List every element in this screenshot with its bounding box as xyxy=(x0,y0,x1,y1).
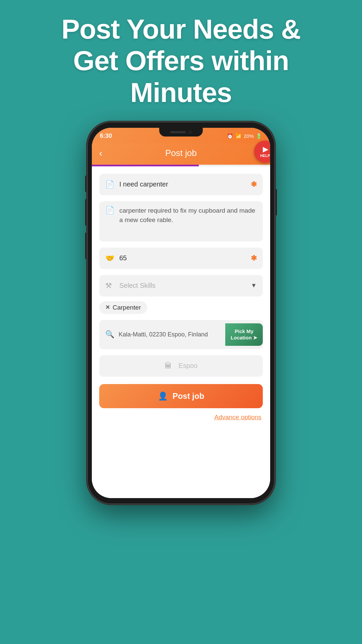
description-value: carpenter required to fix my cupboard an… xyxy=(119,206,257,225)
phone-mockup: 6:30 ⏰ 📶 20% 🔋 ‹ Post job ▶ HELP xyxy=(87,122,275,504)
help-button[interactable]: ▶ HELP xyxy=(254,141,270,163)
alarm-icon: ⏰ xyxy=(227,133,233,139)
dropdown-arrow-icon: ▼ xyxy=(251,282,257,289)
speaker xyxy=(170,131,186,133)
description-icon: 📄 xyxy=(105,206,115,215)
advance-options-container: Advance options xyxy=(99,414,263,421)
budget-icon: 🤝 xyxy=(105,254,115,263)
job-title-field[interactable]: 📄 I need carpenter ✱ xyxy=(99,174,263,195)
job-title-value: I need carpenter xyxy=(119,180,246,188)
notch xyxy=(159,128,203,137)
battery-icon: 🔋 xyxy=(256,133,262,139)
post-job-icon: 👤 xyxy=(158,391,168,401)
headline: Post Your Needs & Get Offers within Minu… xyxy=(0,0,362,118)
location-value: Kala-Matti, 02230 Espoo, Finland xyxy=(119,331,221,338)
phone-screen: 6:30 ⏰ 📶 20% 🔋 ‹ Post job ▶ HELP xyxy=(92,128,270,498)
city-placeholder: Espoo xyxy=(179,362,198,370)
location-arrow-icon: ➤ xyxy=(253,335,257,340)
battery-level: 20% xyxy=(244,133,254,139)
play-icon: ▶ xyxy=(263,145,268,153)
location-field[interactable]: 🔍 Kala-Matti, 02230 Espoo, Finland Pick … xyxy=(99,320,263,349)
city-icon: 🏛 xyxy=(165,362,174,370)
skills-placeholder: Select Skills xyxy=(119,282,156,289)
headline-line1: Post Your Needs & xyxy=(61,14,301,44)
pick-location-button[interactable]: Pick My Location ➤ xyxy=(225,323,263,346)
search-icon: 🔍 xyxy=(105,330,115,339)
description-field[interactable]: 📄 carpenter required to fix my cupboard … xyxy=(99,201,263,241)
phone-frame: 6:30 ⏰ 📶 20% 🔋 ‹ Post job ▶ HELP xyxy=(87,122,275,504)
skill-tag-carpenter-label: Carpenter xyxy=(113,304,141,311)
skill-tags-container: ✕ Carpenter xyxy=(99,301,263,314)
front-camera xyxy=(188,130,192,134)
job-title-required-star: ✱ xyxy=(251,180,257,189)
headline-line2: Get Offers within Minutes xyxy=(73,45,289,107)
post-job-label: Post job xyxy=(173,391,204,401)
city-field[interactable]: 🏛 Espoo xyxy=(99,355,263,377)
skills-icon: ⚒ xyxy=(105,281,115,290)
header-title: Post job xyxy=(165,148,197,158)
budget-field[interactable]: 🤝 65 ✱ xyxy=(99,248,263,269)
status-icons: ⏰ 📶 20% 🔋 xyxy=(227,133,262,139)
pick-location-line2: Location xyxy=(231,335,252,340)
skills-dropdown[interactable]: ⚒ Select Skills ▼ xyxy=(99,275,263,297)
skill-tag-carpenter[interactable]: ✕ Carpenter xyxy=(99,301,147,314)
post-job-button[interactable]: 👤 Post job xyxy=(99,384,263,408)
form-scroll-area[interactable]: 📄 I need carpenter ✱ 📄 carpenter require… xyxy=(92,166,270,498)
app-header: ‹ Post job ▶ HELP xyxy=(92,143,270,165)
help-label: HELP xyxy=(260,154,270,158)
wifi-icon: 📶 xyxy=(235,133,242,139)
advance-options-link[interactable]: Advance options xyxy=(215,414,262,421)
job-title-icon: 📄 xyxy=(105,180,115,189)
status-time: 6:30 xyxy=(100,132,112,140)
pick-location-line1: Pick My xyxy=(235,328,253,334)
back-button[interactable]: ‹ xyxy=(99,148,102,159)
budget-value: 65 xyxy=(119,254,246,262)
budget-required-star: ✱ xyxy=(251,254,257,263)
remove-carpenter-icon[interactable]: ✕ xyxy=(105,304,110,311)
